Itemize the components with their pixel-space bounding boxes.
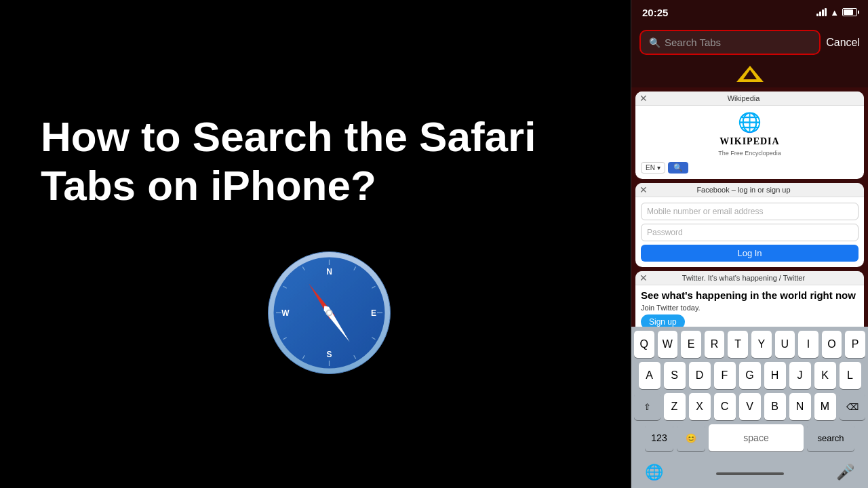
- wikipedia-logo-icon: 🌐: [738, 111, 762, 134]
- search-placeholder: Search Tabs: [665, 37, 721, 48]
- key-s[interactable]: S: [664, 362, 686, 389]
- search-box[interactable]: 🔍 Search Tabs: [639, 30, 821, 55]
- key-y[interactable]: Y: [751, 331, 772, 358]
- up-arrow-icon: [736, 66, 764, 82]
- key-c[interactable]: C: [714, 393, 736, 420]
- tab-wikipedia-header: ✕ Wikipedia: [635, 92, 864, 106]
- battery-icon: [842, 8, 857, 16]
- facebook-password-field[interactable]: Password: [641, 224, 859, 241]
- key-emoji[interactable]: 😊: [677, 424, 705, 451]
- twitter-heading: See what's happening in the world right …: [641, 289, 859, 302]
- keyboard-row-4: 123 😊 space search: [634, 424, 865, 451]
- tab-close-wikipedia[interactable]: ✕: [639, 93, 648, 104]
- key-w[interactable]: W: [658, 331, 678, 358]
- key-backspace[interactable]: ⌫: [840, 393, 866, 420]
- tab-facebook[interactable]: ✕ Facebook – log in or sign up Mobile nu…: [635, 183, 864, 267]
- tab-wikipedia-content: 🌐 WIKIPEDIA The Free Encyclopedia EN ▾ 🔍: [635, 106, 864, 179]
- key-p[interactable]: P: [845, 331, 865, 358]
- bottom-bar: 🌐 🎤: [631, 460, 868, 488]
- keyboard: Q W E R T Y U I O P A S D F G H J K L ⇧ …: [631, 327, 868, 460]
- wikipedia-subtitle: The Free Encyclopedia: [718, 150, 781, 157]
- key-n[interactable]: N: [789, 393, 811, 420]
- signal-bar-4: [825, 8, 827, 16]
- tab-facebook-header: ✕ Facebook – log in or sign up: [635, 183, 864, 197]
- key-l[interactable]: L: [840, 362, 861, 389]
- key-k[interactable]: K: [814, 362, 836, 389]
- globe-icon[interactable]: 🌐: [645, 464, 663, 481]
- search-icon: 🔍: [649, 37, 660, 48]
- tab-close-twitter[interactable]: ✕: [639, 272, 648, 283]
- search-area: 🔍 Search Tabs Cancel: [631, 24, 868, 60]
- twitter-signup-button[interactable]: Sign up: [641, 314, 685, 327]
- key-a[interactable]: A: [639, 362, 660, 389]
- battery-fill: [844, 9, 853, 15]
- key-b[interactable]: B: [764, 393, 786, 420]
- key-z[interactable]: Z: [664, 393, 686, 420]
- wikipedia-lang: EN ▾: [641, 162, 665, 174]
- key-space[interactable]: space: [709, 424, 804, 451]
- key-shift[interactable]: ⇧: [634, 393, 660, 420]
- svg-text:S: S: [326, 350, 332, 359]
- status-bar: 20:25 ▲: [631, 0, 868, 24]
- key-f[interactable]: F: [714, 362, 736, 389]
- cancel-button[interactable]: Cancel: [826, 37, 860, 49]
- home-indicator: [716, 472, 784, 475]
- svg-text:W: W: [281, 308, 290, 318]
- keyboard-row-1: Q W E R T Y U I O P: [634, 331, 865, 358]
- signal-bar-3: [822, 9, 824, 16]
- signal-bar-2: [819, 12, 821, 16]
- tab-twitter-header: ✕ Twitter. It's what's happening / Twitt…: [635, 271, 864, 285]
- tab-wikipedia[interactable]: ✕ Wikipedia 🌐 WIKIPEDIA The Free Encyclo…: [635, 92, 864, 179]
- key-g[interactable]: G: [739, 362, 761, 389]
- wikipedia-search-button[interactable]: 🔍: [668, 162, 688, 174]
- svg-text:N: N: [326, 267, 332, 277]
- iphone-mockup: 20:25 ▲ 🔍 Search Tabs Cancel: [631, 0, 868, 488]
- key-h[interactable]: H: [764, 362, 786, 389]
- main-title: How to Search the Safari Tabs on iPhone?: [41, 113, 590, 209]
- left-panel: How to Search the Safari Tabs on iPhone?: [0, 0, 631, 488]
- signal-bar-1: [816, 14, 818, 16]
- safari-icon: N S E W: [267, 250, 392, 375]
- wikipedia-search-bar: EN ▾ 🔍: [641, 162, 859, 174]
- key-t[interactable]: T: [728, 331, 748, 358]
- tab-twitter-content: See what's happening in the world right …: [635, 285, 864, 327]
- key-numbers[interactable]: 123: [645, 424, 673, 451]
- microphone-icon[interactable]: 🎤: [836, 464, 854, 481]
- tabs-area: ✕ Wikipedia 🌐 WIKIPEDIA The Free Encyclo…: [631, 87, 868, 327]
- key-search[interactable]: search: [807, 424, 854, 451]
- keyboard-row-2: A S D F G H J K L: [634, 362, 865, 389]
- safari-icon-wrapper: N S E W: [41, 250, 590, 375]
- key-o[interactable]: O: [822, 331, 842, 358]
- status-time: 20:25: [642, 7, 668, 18]
- wikipedia-title: WIKIPEDIA: [719, 136, 779, 147]
- status-icons: ▲: [816, 7, 857, 18]
- tab-close-facebook[interactable]: ✕: [639, 184, 648, 195]
- svg-text:E: E: [370, 308, 376, 318]
- tab-facebook-content: Mobile number or email address Password …: [635, 197, 864, 267]
- facebook-email-field[interactable]: Mobile number or email address: [641, 203, 859, 220]
- key-v[interactable]: V: [739, 393, 761, 420]
- key-x[interactable]: X: [689, 393, 711, 420]
- wifi-icon: ▲: [830, 7, 839, 18]
- signal-bars-icon: [816, 8, 827, 16]
- key-q[interactable]: Q: [634, 331, 654, 358]
- key-j[interactable]: J: [789, 362, 811, 389]
- key-r[interactable]: R: [705, 331, 725, 358]
- key-e[interactable]: E: [681, 331, 701, 358]
- key-m[interactable]: M: [814, 393, 836, 420]
- twitter-sub: Join Twitter today.: [641, 304, 859, 312]
- arrow-indicator: [631, 60, 868, 87]
- key-i[interactable]: I: [798, 331, 818, 358]
- facebook-login-button[interactable]: Log In: [641, 245, 859, 262]
- tab-twitter[interactable]: ✕ Twitter. It's what's happening / Twitt…: [635, 271, 864, 327]
- key-u[interactable]: U: [775, 331, 795, 358]
- keyboard-row-3: ⇧ Z X C V B N M ⌫: [634, 393, 865, 420]
- key-d[interactable]: D: [689, 362, 711, 389]
- svg-point-21: [327, 310, 331, 314]
